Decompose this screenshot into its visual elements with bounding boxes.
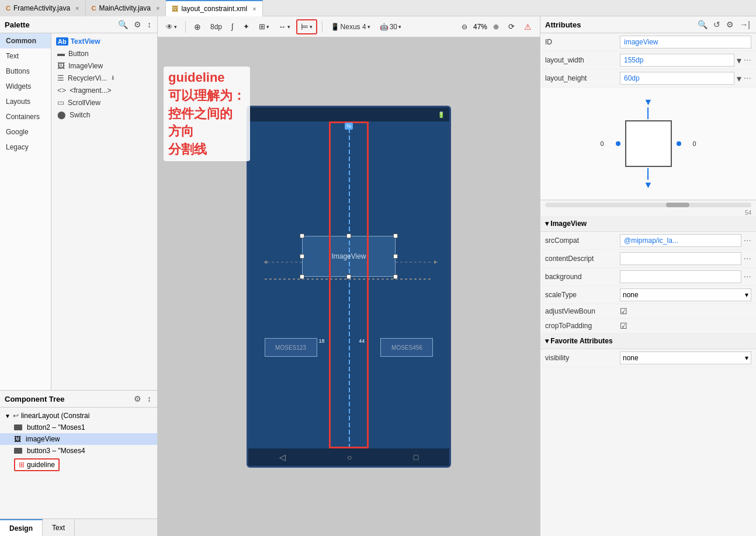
warning-btn[interactable]: ⚠	[521, 21, 535, 33]
attr-background-input[interactable]	[620, 270, 741, 283]
button3-label: button3 – "Moses4	[27, 447, 85, 455]
tab-bar: C FrameActivity.java × C MainActivity.ja…	[0, 0, 756, 16]
attr-search-icon[interactable]: 🔍	[696, 19, 709, 30]
palette-settings-icon[interactable]: ⚙	[133, 19, 143, 30]
attr-visibility-label: visibility	[545, 354, 615, 362]
spacing-btn[interactable]: 8dp	[207, 22, 226, 32]
category-legacy[interactable]: Legacy	[0, 140, 51, 155]
attr-settings-icon[interactable]: ⚙	[725, 19, 735, 30]
tab-close-layout[interactable]: ×	[252, 5, 256, 12]
tab-close-main[interactable]: ×	[156, 5, 159, 12]
layout-height-dropdown-icon[interactable]: ▾	[737, 73, 741, 84]
imageview-element[interactable]: ImageView	[302, 236, 396, 277]
api-btn[interactable]: 🤖 30 ▾	[376, 22, 405, 32]
tab-frame-activity[interactable]: C FrameActivity.java ×	[0, 0, 86, 16]
margin-dropdown: ▾	[287, 24, 290, 30]
croptopadding-checkbox[interactable]: ☑	[620, 321, 627, 330]
palette-header: Palette 🔍 ⚙ ↕	[0, 16, 157, 33]
imageview-label: ImageView	[68, 62, 103, 70]
magic-btn[interactable]: ✦	[240, 21, 253, 32]
device-btn[interactable]: 📱 Nexus 4 ▾	[327, 22, 374, 32]
scrollbar-track[interactable]	[545, 203, 751, 207]
palette-switch[interactable]: ⬤ Switch	[54, 109, 155, 121]
tab-design[interactable]: Design	[0, 519, 43, 537]
category-text[interactable]: Text	[0, 48, 51, 64]
tab-text[interactable]: Text	[43, 519, 75, 537]
palette-imageview[interactable]: 🖼 ImageView	[54, 60, 155, 72]
zoom-fit-btn[interactable]: ⟳	[505, 21, 518, 32]
chinese-annotation: guideline 可以理解为： 控件之间的 方向 分割线	[164, 67, 250, 161]
palette-collapse-icon[interactable]: ↕	[146, 19, 152, 30]
category-containers[interactable]: Containers	[0, 109, 51, 124]
margin-btn[interactable]: ↔ ▾	[275, 21, 294, 32]
zoom-plus-btn[interactable]: ⊕	[490, 22, 502, 32]
palette-textview-header[interactable]: Ab TextView	[54, 36, 155, 47]
attr-layout-height-input[interactable]	[620, 72, 734, 85]
attr-layout-height-more[interactable]: ···	[744, 73, 751, 83]
palette-button[interactable]: ▬ Button	[54, 47, 155, 60]
tree-collapse-icon[interactable]: ↕	[146, 393, 152, 405]
tree-item-button3[interactable]: button3 – "Moses4	[0, 445, 157, 457]
palette-recyclerview[interactable]: ☰ RecyclerVi... ⬇	[54, 72, 155, 84]
tab-close-frame[interactable]: ×	[75, 5, 79, 12]
api-label: 30	[390, 23, 397, 31]
attr-scaletype-dropdown[interactable]: none ▾	[620, 288, 751, 301]
visibility-value: none	[623, 354, 639, 362]
tree-settings-icon[interactable]: ⚙	[133, 393, 143, 405]
palette-scrollview[interactable]: ▭ ScrollView	[54, 96, 155, 109]
attr-layout-width-more[interactable]: ···	[744, 55, 751, 65]
attr-visibility-dropdown[interactable]: none ▾	[620, 351, 751, 364]
tree-item-linearlayout[interactable]: ▼ ↩ linearLayout (Constrai	[0, 410, 157, 422]
category-buttons[interactable]: Buttons	[0, 64, 51, 79]
palette-search-icon[interactable]: 🔍	[117, 19, 129, 30]
tab-main-activity[interactable]: C MainActivity.java ×	[86, 0, 167, 16]
attr-row-croptopadding: cropToPadding ☑	[540, 319, 756, 333]
linearlayout-label: linearLayout (Constrai	[21, 412, 89, 420]
attr-row-srccompat: srcCompat ···	[540, 232, 756, 250]
attr-refresh-icon[interactable]: ↺	[712, 19, 722, 30]
category-common[interactable]: Common	[0, 33, 51, 48]
handle-lc	[300, 254, 304, 259]
scrollbar-thumb[interactable]	[666, 203, 689, 207]
attr-srccompat-input[interactable]	[620, 234, 741, 247]
attr-collapse-icon[interactable]: →|	[738, 19, 751, 30]
palette-fragment[interactable]: <> <fragment...>	[54, 84, 155, 96]
tree-item-imageview[interactable]: 🖼 imageView	[0, 433, 157, 445]
attr-srccompat-more[interactable]: ···	[744, 235, 751, 246]
section-favorite: ▾ Favorite Attributes	[540, 333, 756, 349]
device-label: Nexus 4	[341, 23, 366, 31]
layout-width-dropdown-icon[interactable]: ▾	[737, 55, 741, 66]
align-btn[interactable]: ⊞ ▾	[255, 21, 273, 32]
canvas-area[interactable]: guideline 可以理解为： 控件之间的 方向 分割线 🔋	[158, 37, 540, 536]
back-icon: ◁	[279, 453, 286, 462]
category-widgets[interactable]: Widgets	[0, 79, 51, 94]
handle-tl	[300, 234, 304, 238]
handle-br	[393, 274, 398, 279]
guideline-btn-highlighted[interactable]: ⊨ ▾	[296, 19, 317, 34]
palette-title: Palette	[5, 20, 113, 29]
tab-layout-constraint[interactable]: 🖼 layout_constraint.xml ×	[166, 0, 262, 16]
attr-contentdescript-more[interactable]: ···	[744, 253, 751, 264]
calc-btn[interactable]: ∫	[228, 21, 237, 32]
magnet-btn[interactable]: ⊕	[190, 21, 204, 33]
tree-item-button2[interactable]: button2 – "Moses1	[0, 422, 157, 433]
attr-layout-width-input[interactable]	[620, 54, 734, 67]
attr-id-input[interactable]	[620, 36, 751, 48]
eye-btn[interactable]: 👁 ▾	[162, 22, 181, 32]
tree-item-guideline[interactable]: ⊞ guideline	[0, 457, 157, 473]
switch-icon: ⬤	[57, 110, 66, 119]
attr-row-scaletype: scaleType none ▾	[540, 286, 756, 304]
attr-adjustviewbounds-label: adjustViewBoun	[545, 307, 615, 315]
attr-layout-width-label: layout_width	[545, 56, 615, 64]
handle-tc	[346, 234, 351, 238]
attr-contentdescript-input[interactable]	[620, 252, 741, 265]
adjustviewbounds-checkbox[interactable]: ☑	[620, 307, 627, 316]
attr-background-more[interactable]: ···	[744, 272, 751, 282]
category-layouts[interactable]: Layouts	[0, 94, 51, 109]
arrow-down-icon: ▼	[644, 97, 653, 107]
measurement-right: 44	[359, 338, 365, 344]
right-panel: Attributes 🔍 ↺ ⚙ →| ID layout_width ▾ ··…	[540, 16, 756, 536]
attr-contentdescript-value: ···	[620, 252, 751, 265]
category-google[interactable]: Google	[0, 124, 51, 140]
zoom-minus-btn[interactable]: ⊖	[458, 22, 471, 32]
